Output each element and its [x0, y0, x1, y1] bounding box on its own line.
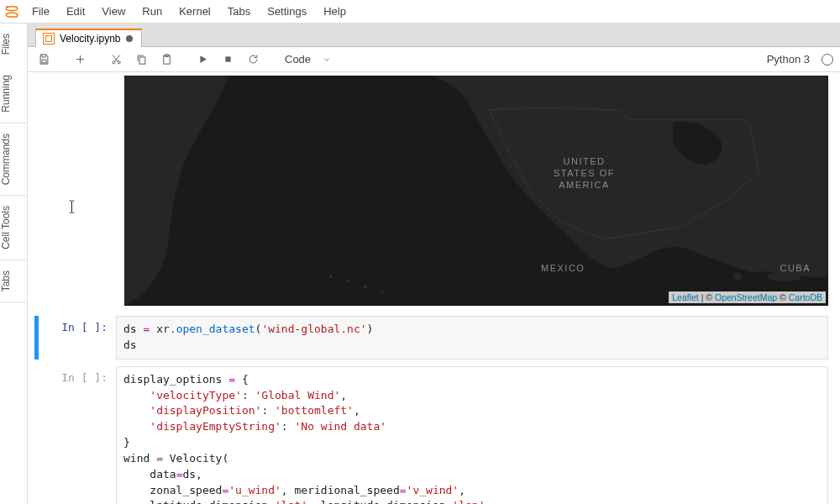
run-button[interactable]	[193, 50, 212, 69]
svg-rect-5	[42, 60, 46, 63]
prompt: In [ ]:	[40, 316, 116, 360]
map-label-usa: UNITED STATES OF AMERICA	[554, 156, 615, 191]
menubar: File Edit View Run Kernel Tabs Settings …	[0, 0, 840, 24]
code-editor[interactable]: ds = xr.open_dataset('wind-global.nc') d…	[116, 316, 828, 360]
left-sidebar: Files Running Commands Cell Tools Tabs	[0, 24, 28, 504]
cell-type-value: Code	[285, 53, 311, 66]
sidebar-tab-commands[interactable]: Commands	[0, 123, 27, 196]
menu-help[interactable]: Help	[315, 0, 354, 24]
menu-file[interactable]: File	[24, 0, 58, 24]
cell-type-select[interactable]: Code	[280, 51, 336, 67]
svg-point-0	[6, 6, 18, 10]
sidebar-tab-tabs[interactable]: Tabs	[0, 260, 27, 302]
copy-button[interactable]	[132, 50, 150, 69]
svg-point-16	[346, 279, 349, 282]
map-label-cuba: CUBA	[780, 263, 811, 273]
menu-run[interactable]: Run	[134, 0, 171, 24]
map-attribution: Leaflet | © OpenStreetMap © CartoDB	[669, 291, 826, 303]
svg-point-1	[6, 13, 18, 17]
notebook-area[interactable]: UNITED STATES OF AMERICA MEXICO CUBA Lea…	[28, 72, 840, 504]
sidebar-tab-celltools[interactable]: Cell Tools	[0, 196, 27, 260]
jupyter-logo-icon[interactable]	[0, 4, 24, 19]
map-output[interactable]: UNITED STATES OF AMERICA MEXICO CUBA Lea…	[124, 76, 828, 306]
cut-button[interactable]	[107, 50, 125, 69]
insert-cell-button[interactable]	[71, 50, 89, 69]
svg-point-6	[112, 61, 114, 64]
svg-point-14	[768, 271, 802, 281]
svg-point-3	[16, 15, 18, 17]
svg-point-13	[733, 272, 742, 281]
text-cursor-icon	[68, 200, 76, 213]
kernel-status-icon[interactable]	[822, 54, 833, 66]
interrupt-button[interactable]	[218, 50, 237, 69]
chevron-down-icon	[323, 55, 331, 64]
tab-title: Velocity.ipynb	[60, 33, 121, 45]
code-editor[interactable]: display_options = { 'velocityType': 'Glo…	[116, 366, 828, 504]
notebook-toolbar: Code Python 3	[28, 47, 840, 72]
svg-rect-11	[225, 56, 230, 61]
save-button[interactable]	[34, 50, 53, 69]
paste-button[interactable]	[157, 50, 176, 69]
svg-point-4	[16, 5, 18, 7]
prompt: In [ ]:	[40, 366, 116, 504]
svg-point-18	[381, 290, 384, 293]
sidebar-tab-files[interactable]: Files	[0, 24, 27, 65]
menu-settings[interactable]: Settings	[259, 0, 315, 24]
restart-button[interactable]	[244, 50, 262, 69]
svg-point-2	[6, 6, 8, 8]
dirty-indicator-icon	[126, 35, 133, 42]
menu-tabs[interactable]: Tabs	[219, 0, 259, 24]
output-cell: UNITED STATES OF AMERICA MEXICO CUBA Lea…	[34, 76, 828, 306]
notebook-icon	[43, 33, 55, 45]
tab-bar: Velocity.ipynb	[28, 24, 840, 47]
menu-edit[interactable]: Edit	[58, 0, 93, 24]
menu-view[interactable]: View	[93, 0, 134, 24]
osm-link[interactable]: OpenStreetMap	[715, 292, 777, 302]
code-cell-2[interactable]: In [ ]: display_options = { 'velocityTyp…	[34, 366, 828, 504]
carto-link[interactable]: CartoDB	[789, 292, 822, 302]
map-label-mexico: MEXICO	[541, 263, 585, 273]
svg-point-17	[363, 285, 366, 288]
code-cell-1[interactable]: In [ ]: ds = xr.open_dataset('wind-globa…	[34, 316, 828, 360]
tab-notebook[interactable]: Velocity.ipynb	[35, 29, 142, 47]
svg-rect-8	[139, 57, 145, 64]
svg-point-15	[329, 275, 333, 278]
leaflet-link[interactable]: Leaflet	[672, 292, 699, 302]
sidebar-tab-running[interactable]: Running	[0, 65, 27, 123]
svg-point-7	[118, 61, 120, 64]
kernel-name[interactable]: Python 3	[767, 53, 815, 66]
menu-kernel[interactable]: Kernel	[171, 0, 219, 24]
